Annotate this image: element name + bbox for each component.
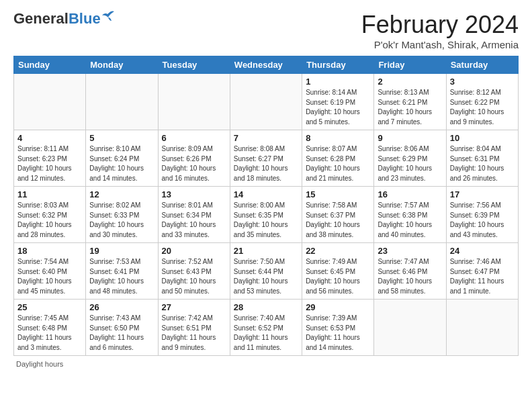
calendar-cell: 25Sunrise: 7:45 AMSunset: 6:48 PMDayligh… — [14, 300, 86, 356]
calendar-cell: 15Sunrise: 7:58 AMSunset: 6:37 PMDayligh… — [302, 187, 374, 243]
calendar-cell: 7Sunrise: 8:08 AMSunset: 6:27 PMDaylight… — [230, 130, 302, 187]
day-info: Sunrise: 8:03 AMSunset: 6:32 PMDaylight:… — [17, 201, 82, 240]
calendar-cell: 13Sunrise: 8:01 AMSunset: 6:34 PMDayligh… — [158, 187, 230, 243]
day-number: 19 — [89, 246, 154, 256]
day-info: Sunrise: 7:45 AMSunset: 6:48 PMDaylight:… — [17, 314, 82, 353]
day-info: Sunrise: 7:50 AMSunset: 6:44 PMDaylight:… — [234, 257, 298, 296]
day-number: 7 — [234, 133, 298, 143]
col-header-friday: Friday — [374, 56, 446, 74]
day-info: Sunrise: 7:42 AMSunset: 6:51 PMDaylight:… — [162, 314, 226, 353]
col-header-saturday: Saturday — [446, 56, 518, 74]
week-row-3: 11Sunrise: 8:03 AMSunset: 6:32 PMDayligh… — [14, 187, 519, 243]
day-info: Sunrise: 8:10 AMSunset: 6:24 PMDaylight:… — [89, 144, 154, 183]
calendar-cell: 20Sunrise: 7:52 AMSunset: 6:43 PMDayligh… — [158, 243, 230, 300]
day-number: 25 — [17, 302, 82, 312]
calendar-table: SundayMondayTuesdayWednesdayThursdayFrid… — [13, 56, 519, 356]
day-number: 27 — [162, 302, 226, 312]
day-info: Sunrise: 8:13 AMSunset: 6:21 PMDaylight:… — [378, 88, 442, 127]
header-area: GeneralBlue February 2024 P'ok'r Mant'as… — [13, 11, 519, 50]
day-info: Sunrise: 8:02 AMSunset: 6:33 PMDaylight:… — [89, 201, 154, 240]
day-number: 2 — [378, 77, 442, 87]
col-header-thursday: Thursday — [302, 56, 374, 74]
week-row-2: 4Sunrise: 8:11 AMSunset: 6:23 PMDaylight… — [14, 130, 519, 187]
day-info: Sunrise: 7:53 AMSunset: 6:41 PMDaylight:… — [89, 257, 154, 296]
calendar-cell: 2Sunrise: 8:13 AMSunset: 6:21 PMDaylight… — [374, 74, 446, 130]
week-row-1: 1Sunrise: 8:14 AMSunset: 6:19 PMDaylight… — [14, 74, 519, 130]
col-header-monday: Monday — [86, 56, 158, 74]
calendar-cell: 19Sunrise: 7:53 AMSunset: 6:41 PMDayligh… — [86, 243, 158, 300]
calendar-cell — [446, 300, 518, 356]
calendar-cell: 3Sunrise: 8:12 AMSunset: 6:22 PMDaylight… — [446, 74, 518, 130]
day-info: Sunrise: 8:11 AMSunset: 6:23 PMDaylight:… — [17, 144, 82, 183]
day-info: Sunrise: 7:43 AMSunset: 6:50 PMDaylight:… — [89, 314, 154, 353]
day-number: 14 — [234, 189, 298, 199]
week-row-4: 18Sunrise: 7:54 AMSunset: 6:40 PMDayligh… — [14, 243, 519, 300]
day-number: 18 — [17, 246, 82, 256]
calendar-cell: 26Sunrise: 7:43 AMSunset: 6:50 PMDayligh… — [86, 300, 158, 356]
calendar-cell: 12Sunrise: 8:02 AMSunset: 6:33 PMDayligh… — [86, 187, 158, 243]
calendar-cell: 29Sunrise: 7:39 AMSunset: 6:53 PMDayligh… — [302, 300, 374, 356]
page: GeneralBlue February 2024 P'ok'r Mant'as… — [0, 0, 532, 375]
daylight-label: Daylight hours — [16, 360, 63, 368]
calendar-cell — [86, 74, 158, 130]
main-title: February 2024 — [361, 11, 519, 39]
day-info: Sunrise: 8:08 AMSunset: 6:27 PMDaylight:… — [234, 144, 298, 183]
day-number: 12 — [89, 189, 154, 199]
day-number: 8 — [306, 133, 370, 143]
col-header-sunday: Sunday — [14, 56, 86, 74]
day-number: 20 — [162, 246, 226, 256]
calendar-cell: 24Sunrise: 7:46 AMSunset: 6:47 PMDayligh… — [446, 243, 518, 300]
day-info: Sunrise: 7:52 AMSunset: 6:43 PMDaylight:… — [162, 257, 226, 296]
day-info: Sunrise: 7:46 AMSunset: 6:47 PMDaylight:… — [450, 257, 515, 296]
subtitle: P'ok'r Mant'ash, Shirak, Armenia — [361, 39, 519, 50]
day-number: 5 — [89, 133, 154, 143]
day-info: Sunrise: 8:01 AMSunset: 6:34 PMDaylight:… — [162, 201, 226, 240]
logo: GeneralBlue — [13, 11, 117, 27]
day-info: Sunrise: 8:04 AMSunset: 6:31 PMDaylight:… — [450, 144, 515, 183]
bird-icon — [102, 10, 117, 22]
day-info: Sunrise: 7:54 AMSunset: 6:40 PMDaylight:… — [17, 257, 82, 296]
day-info: Sunrise: 7:57 AMSunset: 6:38 PMDaylight:… — [378, 201, 442, 240]
day-number: 6 — [162, 133, 226, 143]
calendar-cell: 21Sunrise: 7:50 AMSunset: 6:44 PMDayligh… — [230, 243, 302, 300]
day-info: Sunrise: 7:58 AMSunset: 6:37 PMDaylight:… — [306, 201, 370, 240]
col-header-wednesday: Wednesday — [230, 56, 302, 74]
day-number: 1 — [306, 77, 370, 87]
calendar-cell — [374, 300, 446, 356]
calendar-cell: 5Sunrise: 8:10 AMSunset: 6:24 PMDaylight… — [86, 130, 158, 187]
day-number: 26 — [89, 302, 154, 312]
day-number: 16 — [378, 189, 442, 199]
calendar-cell: 1Sunrise: 8:14 AMSunset: 6:19 PMDaylight… — [302, 74, 374, 130]
day-info: Sunrise: 7:47 AMSunset: 6:46 PMDaylight:… — [378, 257, 442, 296]
day-info: Sunrise: 8:12 AMSunset: 6:22 PMDaylight:… — [450, 88, 515, 127]
calendar-cell: 11Sunrise: 8:03 AMSunset: 6:32 PMDayligh… — [14, 187, 86, 243]
calendar-cell: 9Sunrise: 8:06 AMSunset: 6:29 PMDaylight… — [374, 130, 446, 187]
calendar-cell: 23Sunrise: 7:47 AMSunset: 6:46 PMDayligh… — [374, 243, 446, 300]
day-info: Sunrise: 8:07 AMSunset: 6:28 PMDaylight:… — [306, 144, 370, 183]
calendar-cell — [230, 74, 302, 130]
day-number: 24 — [450, 246, 515, 256]
day-info: Sunrise: 7:56 AMSunset: 6:39 PMDaylight:… — [450, 201, 515, 240]
day-number: 13 — [162, 189, 226, 199]
day-info: Sunrise: 8:14 AMSunset: 6:19 PMDaylight:… — [306, 88, 370, 127]
calendar-cell: 18Sunrise: 7:54 AMSunset: 6:40 PMDayligh… — [14, 243, 86, 300]
footer: Daylight hours — [13, 360, 519, 368]
day-number: 3 — [450, 77, 515, 87]
day-number: 22 — [306, 246, 370, 256]
col-header-tuesday: Tuesday — [158, 56, 230, 74]
calendar-cell: 14Sunrise: 8:00 AMSunset: 6:35 PMDayligh… — [230, 187, 302, 243]
logo-text: GeneralBlue — [13, 11, 101, 27]
calendar-cell: 10Sunrise: 8:04 AMSunset: 6:31 PMDayligh… — [446, 130, 518, 187]
day-number: 15 — [306, 189, 370, 199]
day-number: 29 — [306, 302, 370, 312]
calendar-cell — [14, 74, 86, 130]
day-info: Sunrise: 7:39 AMSunset: 6:53 PMDaylight:… — [306, 314, 370, 353]
day-number: 11 — [17, 189, 82, 199]
calendar-cell: 8Sunrise: 8:07 AMSunset: 6:28 PMDaylight… — [302, 130, 374, 187]
calendar-cell: 16Sunrise: 7:57 AMSunset: 6:38 PMDayligh… — [374, 187, 446, 243]
day-info: Sunrise: 7:40 AMSunset: 6:52 PMDaylight:… — [234, 314, 298, 353]
day-number: 17 — [450, 189, 515, 199]
day-number: 21 — [234, 246, 298, 256]
calendar-cell: 6Sunrise: 8:09 AMSunset: 6:26 PMDaylight… — [158, 130, 230, 187]
day-info: Sunrise: 8:06 AMSunset: 6:29 PMDaylight:… — [378, 144, 442, 183]
